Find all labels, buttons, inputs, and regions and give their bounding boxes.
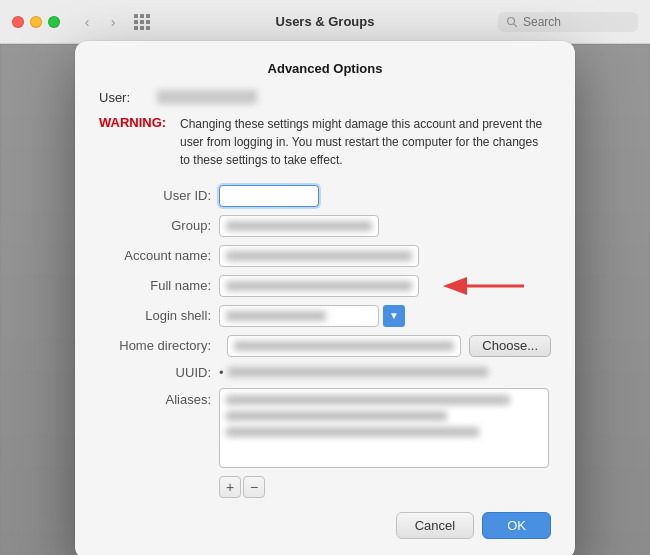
ok-button[interactable]: OK bbox=[482, 512, 551, 539]
warning-label: WARNING: bbox=[99, 115, 174, 130]
dropdown-arrow-icon[interactable]: ▼ bbox=[383, 305, 405, 327]
traffic-lights bbox=[12, 16, 60, 28]
back-button[interactable]: ‹ bbox=[76, 12, 98, 32]
uuid-row: UUID: • bbox=[99, 365, 551, 380]
advanced-options-dialog: Advanced Options User: WARNING: Changing… bbox=[75, 41, 575, 556]
full-name-input[interactable] bbox=[219, 275, 419, 297]
uuid-label: UUID: bbox=[99, 365, 219, 380]
login-shell-label: Login shell: bbox=[99, 308, 219, 323]
apps-grid-icon[interactable] bbox=[134, 14, 154, 30]
fullscreen-button[interactable] bbox=[48, 16, 60, 28]
user-row: User: bbox=[99, 90, 551, 105]
modal-overlay: Advanced Options User: WARNING: Changing… bbox=[0, 44, 650, 555]
account-name-input[interactable] bbox=[219, 245, 419, 267]
account-name-label: Account name: bbox=[99, 248, 219, 263]
group-input[interactable] bbox=[219, 215, 379, 237]
group-label: Group: bbox=[99, 218, 219, 233]
full-name-row: Full name: bbox=[99, 275, 551, 297]
modal-footer: Cancel OK bbox=[99, 512, 551, 539]
home-directory-row: Home directory: Choose... bbox=[99, 335, 551, 357]
search-icon bbox=[506, 16, 518, 28]
warning-box: WARNING: Changing these settings might d… bbox=[99, 115, 551, 169]
svg-line-1 bbox=[514, 23, 517, 26]
aliases-input[interactable] bbox=[219, 388, 549, 468]
modal-title: Advanced Options bbox=[99, 61, 551, 76]
window-title: Users & Groups bbox=[276, 14, 375, 29]
uuid-value: • bbox=[219, 365, 488, 380]
nav-arrows: ‹ › bbox=[76, 12, 124, 32]
account-name-row: Account name: bbox=[99, 245, 551, 267]
forward-button[interactable]: › bbox=[102, 12, 124, 32]
group-row: Group: bbox=[99, 215, 551, 237]
remove-alias-button[interactable]: − bbox=[243, 476, 265, 498]
search-box[interactable] bbox=[498, 12, 638, 32]
full-name-label: Full name: bbox=[99, 278, 219, 293]
home-directory-label: Home directory: bbox=[99, 338, 219, 353]
minimize-button[interactable] bbox=[30, 16, 42, 28]
user-id-input[interactable] bbox=[219, 185, 319, 207]
search-input[interactable] bbox=[523, 15, 630, 29]
choose-button[interactable]: Choose... bbox=[469, 335, 551, 357]
add-alias-button[interactable]: + bbox=[219, 476, 241, 498]
user-label: User: bbox=[99, 90, 149, 105]
warning-text: Changing these settings might damage thi… bbox=[180, 115, 551, 169]
add-remove-row: + − bbox=[219, 476, 551, 498]
user-id-row: User ID: bbox=[99, 185, 551, 207]
home-directory-input[interactable] bbox=[227, 335, 461, 357]
aliases-label: Aliases: bbox=[99, 388, 219, 407]
cancel-button[interactable]: Cancel bbox=[396, 512, 474, 539]
login-shell-select[interactable] bbox=[219, 305, 379, 327]
red-arrow-indicator bbox=[439, 271, 529, 301]
user-value bbox=[157, 90, 257, 104]
user-id-label: User ID: bbox=[99, 188, 219, 203]
close-button[interactable] bbox=[12, 16, 24, 28]
login-shell-row: Login shell: ▼ bbox=[99, 305, 551, 327]
titlebar: ‹ › Users & Groups bbox=[0, 0, 650, 44]
aliases-row: Aliases: bbox=[99, 388, 551, 468]
